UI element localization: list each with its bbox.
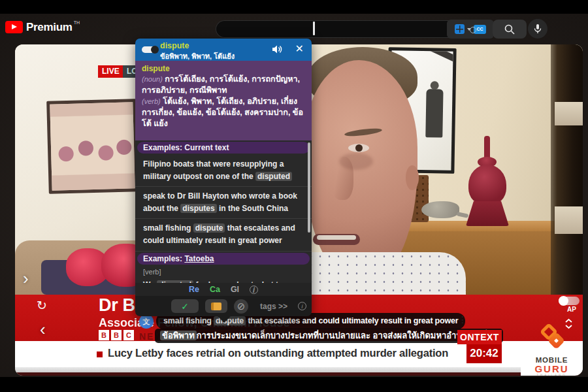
popup-toggle[interactable] bbox=[142, 46, 157, 53]
bbc-letter: C bbox=[123, 330, 134, 340]
tatoeba-link[interactable]: Tatoeba bbox=[184, 254, 214, 263]
pos-tag-verb: (verb) bbox=[142, 97, 161, 105]
youtube-page: Premium TH CC bbox=[0, 14, 588, 377]
search-icon bbox=[504, 24, 515, 35]
live-badge: LIVE bbox=[98, 65, 123, 78]
popup-examples: Examples: Current text Filipino boats th… bbox=[135, 140, 312, 283]
translate-grid-icon[interactable] bbox=[455, 24, 465, 34]
refresh-icon[interactable]: ↻ bbox=[37, 298, 47, 313]
letterbox-bottom bbox=[0, 377, 588, 392]
presenter-face bbox=[305, 60, 417, 280]
dictionary-save-button[interactable] bbox=[205, 299, 227, 313]
doorway-shadow bbox=[551, 44, 583, 295]
ignore-word-button[interactable]: ⊘ bbox=[234, 299, 248, 314]
letterbox-top bbox=[0, 0, 588, 14]
info-icon[interactable]: i bbox=[250, 286, 258, 294]
source-link-cambridge[interactable]: Ca bbox=[210, 285, 220, 294]
presenter-nose bbox=[331, 157, 353, 200]
definition-headword: dispute bbox=[142, 64, 305, 74]
watermark-line3: THAILAND bbox=[521, 374, 583, 376]
speaker-icon[interactable] bbox=[272, 44, 283, 57]
pos-tag-noun: (noun) bbox=[142, 75, 163, 83]
known-word-button[interactable]: ✓ bbox=[171, 299, 199, 313]
youtube-play-icon bbox=[5, 21, 23, 33]
extension-toolbar: CC bbox=[447, 20, 494, 39]
presenter-teeth bbox=[317, 235, 356, 240]
book-icon bbox=[211, 302, 221, 310]
presenter-ear bbox=[406, 165, 419, 190]
noun-translations: การโต้เถียง, การโต้แย้ง, การถกปัญหา, การ… bbox=[142, 74, 300, 95]
subtitle-search-icon[interactable]: CC bbox=[474, 25, 486, 34]
search-input[interactable] bbox=[216, 20, 451, 38]
translate-icon[interactable]: 文 bbox=[139, 314, 154, 329]
news-ticker: Lucy Letby faces retrial on outstanding … bbox=[15, 341, 583, 367]
lacquer-vessel-body bbox=[468, 165, 506, 205]
popup-actions: ✓ ⊘ tags >> i bbox=[135, 296, 312, 316]
example-sentence: small fishing dispute that escalates and… bbox=[135, 219, 312, 251]
watermark-line2: GURU bbox=[521, 364, 583, 374]
screen: Premium TH CC bbox=[0, 0, 588, 392]
youtube-premium-logo[interactable]: Premium TH bbox=[5, 20, 80, 35]
auto-pause-label: AP bbox=[567, 306, 576, 313]
shelf-bracket bbox=[555, 206, 583, 234]
brand-country-code: TH bbox=[74, 20, 80, 25]
pos-tag-verb-section: [verb] bbox=[135, 266, 312, 276]
chevron-left-icon[interactable]: ‹ bbox=[40, 323, 46, 336]
popup-source-links: Re Ca Gl i bbox=[135, 283, 312, 296]
example-text: small fishing bbox=[143, 223, 193, 233]
voice-search-button[interactable] bbox=[528, 19, 547, 39]
highlighted-word[interactable]: disputed bbox=[255, 172, 292, 181]
popup-header: dispute ข้อพิพาท, พิพาท, โต้แย้ง ✕ bbox=[135, 39, 312, 61]
presenter-iris bbox=[355, 144, 363, 152]
programme-title: ONTEXT bbox=[457, 330, 502, 344]
example-sentence: We disputed for hours about what to writ… bbox=[135, 276, 312, 283]
text-cursor bbox=[313, 22, 315, 35]
banner-bottom-strip bbox=[15, 372, 583, 376]
scrollbar[interactable] bbox=[308, 142, 310, 233]
example-sentence: speak to Dr Bill Hayton who wrote a book… bbox=[135, 187, 312, 219]
example-sentence: Filipino boats that were resupplying a m… bbox=[135, 155, 312, 187]
auto-pause-toggle[interactable] bbox=[559, 297, 580, 305]
close-icon[interactable]: ✕ bbox=[295, 42, 304, 55]
presenter-mouth bbox=[313, 234, 360, 245]
section-header-tatoeba: Examples: Tatoeba bbox=[137, 253, 310, 265]
chevron-right-icon[interactable]: › bbox=[23, 272, 29, 285]
search-button[interactable] bbox=[493, 20, 527, 39]
source-link-glosbe[interactable]: Gl bbox=[231, 285, 239, 294]
bbc-logo: B B C bbox=[99, 330, 134, 340]
subtitle-text: การประมงขนาดเล็กบางประเภทที่บานปลายและ อ… bbox=[197, 331, 498, 340]
clock: 20:42 bbox=[466, 343, 502, 363]
source-link-reverso[interactable]: Re bbox=[189, 285, 199, 294]
highlighted-word[interactable]: disputes bbox=[180, 204, 216, 213]
presenter-eye bbox=[348, 144, 369, 152]
artwork-print bbox=[50, 102, 135, 190]
bbc-letter: B bbox=[99, 330, 109, 340]
highlighted-word[interactable]: ข้อพิพาท bbox=[160, 331, 197, 340]
microphone-icon bbox=[533, 24, 542, 34]
brand-label: Premium bbox=[26, 20, 73, 35]
popup-word-translation: ข้อพิพาท, พิพาท, โต้แย้ง bbox=[160, 50, 235, 62]
framed-artwork bbox=[46, 99, 139, 194]
ticker-divider bbox=[15, 367, 583, 372]
section-header-current: Examples: Current text bbox=[137, 142, 310, 154]
popup-word: dispute bbox=[160, 41, 189, 50]
definition-text: (noun) การโต้เถียง, การโต้แย้ง, การถกปัญ… bbox=[142, 74, 305, 129]
dictionary-popup: dispute ข้อพิพาท, พิพาท, โต้แย้ง ✕ dispu… bbox=[135, 39, 312, 316]
bbc-letter: B bbox=[111, 330, 122, 340]
tags-expander[interactable]: tags >> bbox=[260, 302, 287, 311]
example-text: in the South China bbox=[217, 204, 288, 213]
shelf-bracket bbox=[555, 102, 583, 125]
mobile-guru-logo-icon bbox=[537, 324, 570, 357]
ticker-bullet bbox=[97, 351, 103, 357]
highlighted-word[interactable]: dispute bbox=[193, 223, 225, 233]
example-text: We bbox=[143, 280, 157, 283]
section-label: Examples: bbox=[143, 254, 184, 263]
popup-definitions: dispute (noun) การโต้เถียง, การโต้แย้ง, … bbox=[135, 61, 312, 140]
ticker-headline: Lucy Letby faces retrial on outstanding … bbox=[108, 347, 448, 359]
extra-translations: การเกี่ยง, ข้อแย้ง, ข้อโต้แย้ง, สงครามปา… bbox=[142, 108, 303, 128]
info-icon[interactable]: i bbox=[298, 302, 306, 310]
subtitle-text: small fishing bbox=[163, 316, 214, 325]
highlighted-word[interactable]: disputed bbox=[157, 280, 193, 283]
verb-translations: โต้แย้ง, พิพาท, โต้เถียง, อภิปราย, เกี่ย… bbox=[163, 97, 297, 106]
subtitle-thai: ข้อพิพาทการประมงขนาดเล็กบางประเภทที่บานป… bbox=[155, 329, 503, 343]
